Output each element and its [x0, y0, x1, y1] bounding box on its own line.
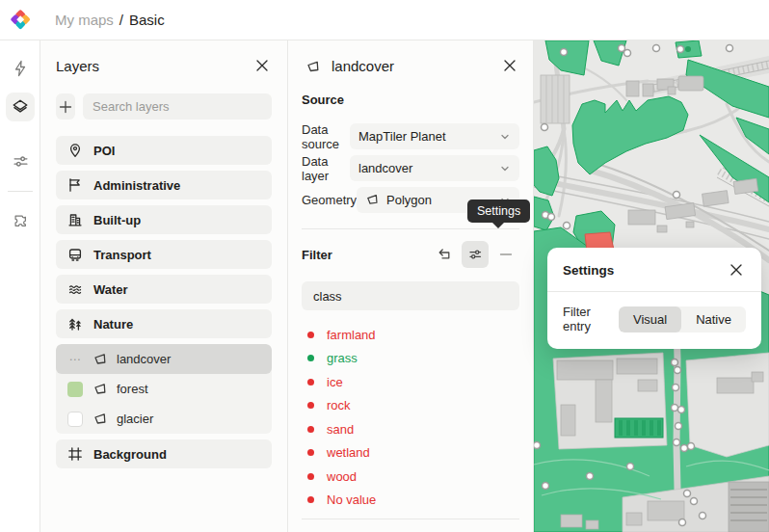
filter-value-ice[interactable]: ice	[302, 370, 519, 394]
breadcrumb-current-map: Basic	[129, 12, 165, 28]
topbar: My maps / Basic	[0, 0, 769, 40]
value-label: rock	[327, 398, 351, 412]
filter-remove-button[interactable]	[492, 241, 519, 268]
geometry-label: Geometry	[302, 193, 357, 207]
filter-entry-visual-option[interactable]: Visual	[619, 306, 681, 332]
value-dot	[307, 355, 314, 361]
filter-attribute-input[interactable]	[302, 281, 519, 310]
value-dot	[307, 473, 314, 480]
close-icon	[503, 59, 517, 72]
puzzle-icon	[13, 213, 29, 229]
minus-icon	[498, 247, 514, 262]
bolt-icon	[13, 60, 28, 77]
plugins-nav-button[interactable]	[6, 206, 35, 235]
forest-color-swatch[interactable]	[67, 382, 83, 397]
settings-tooltip: Settings	[467, 200, 530, 223]
editor-panel-title: landcover	[331, 58, 500, 74]
close-icon	[729, 263, 743, 277]
data-source-value: MapTiler Planet	[358, 129, 492, 144]
filter-value-sand[interactable]: sand	[302, 417, 519, 441]
chevron-down-icon	[499, 131, 511, 143]
settings-popup: Settings Filter entry Visual Native	[547, 248, 761, 349]
polygon-icon	[93, 352, 107, 366]
layer-group-list: POI Administrative Built-up Transport Wa…	[56, 136, 272, 468]
adjustments-nav-button[interactable]	[6, 146, 35, 175]
filter-value-wetland[interactable]: wetland	[302, 441, 519, 466]
building-icon	[67, 212, 83, 227]
filter-value-wood[interactable]: wood	[302, 465, 519, 489]
layer-group-water[interactable]: Water	[56, 275, 272, 304]
filter-section-heading: Filter	[302, 248, 427, 262]
quick-actions-button[interactable]	[6, 54, 35, 83]
data-source-label: Data source	[302, 122, 350, 151]
value-label: wetland	[327, 445, 370, 460]
maptiler-logo-icon[interactable]	[11, 10, 31, 30]
polygon-icon	[93, 412, 107, 426]
sublayer-label: glacier	[117, 412, 153, 426]
polygon-icon	[93, 382, 107, 396]
filter-revert-button[interactable]	[431, 241, 458, 268]
section-divider	[302, 519, 519, 519]
app-window: My maps / Basic	[0, 0, 769, 532]
settings-popup-close-button[interactable]	[727, 260, 746, 279]
breadcrumb: My maps / Basic	[55, 12, 165, 28]
data-layer-select[interactable]: landcover	[350, 155, 519, 181]
sliders-icon	[13, 153, 29, 170]
filter-value-rock[interactable]: rock	[302, 394, 519, 418]
breadcrumb-my-maps[interactable]: My maps	[55, 12, 114, 28]
layer-group-background[interactable]: Background	[56, 439, 272, 468]
layer-editor-panel: landcover Source Data source MapTiler Pl…	[288, 40, 534, 532]
layers-nav-button[interactable]	[6, 93, 35, 121]
bus-icon	[67, 247, 83, 262]
filter-value-no-value[interactable]: No value	[302, 489, 519, 513]
value-dot	[307, 496, 314, 503]
value-label: sand	[327, 422, 354, 437]
layer-group-poi[interactable]: POI	[56, 136, 272, 165]
filter-value-list: farmland grass ice rock sand wetland woo…	[302, 323, 519, 512]
layer-group-label: Background	[93, 447, 167, 462]
glacier-color-swatch[interactable]	[67, 412, 83, 427]
map-green-dot	[685, 46, 691, 52]
filter-entry-native-option[interactable]: Native	[681, 306, 746, 332]
layer-group-label: Nature	[93, 317, 133, 332]
value-label: No value	[327, 492, 376, 507]
search-layers-input[interactable]	[83, 93, 272, 120]
filter-entry-label: Filter entry	[563, 305, 619, 333]
filter-value-farmland[interactable]: farmland	[302, 323, 519, 347]
settings-popup-title: Settings	[563, 263, 727, 278]
filter-settings-button[interactable]	[462, 241, 489, 268]
layer-group-label: Transport	[93, 248, 151, 262]
close-icon	[255, 59, 269, 72]
value-label: grass	[327, 351, 358, 365]
editor-panel-close-button[interactable]	[500, 56, 519, 75]
flag-icon	[67, 177, 83, 193]
layer-group-label: Built-up	[93, 213, 141, 227]
value-dot	[307, 426, 314, 433]
filter-value-grass[interactable]: grass	[302, 347, 519, 371]
layers-panel-close-button[interactable]	[252, 56, 272, 75]
value-label: farmland	[327, 328, 376, 342]
layers-icon	[12, 98, 29, 116]
filter-sliders-icon	[467, 247, 483, 262]
rail-divider	[8, 191, 33, 192]
map-bridge	[541, 75, 570, 123]
section-divider	[302, 228, 519, 229]
sublayer-forest[interactable]: forest	[56, 374, 272, 404]
breadcrumb-separator: /	[119, 12, 123, 28]
layer-group-administrative[interactable]: Administrative	[56, 171, 272, 200]
plus-icon	[59, 100, 72, 114]
layer-group-label: Administrative	[93, 178, 180, 193]
data-source-select[interactable]: MapTiler Planet	[350, 123, 519, 149]
sublayer-glacier[interactable]: glacier	[56, 404, 272, 434]
layer-group-nature[interactable]: Nature	[56, 309, 272, 338]
drag-handle-icon[interactable]: ⋯	[67, 353, 83, 366]
poi-pin-icon	[67, 143, 83, 158]
layer-group-label: POI	[93, 144, 115, 158]
popup-divider	[547, 291, 761, 292]
layer-group-built-up[interactable]: Built-up	[56, 205, 272, 234]
sublayer-landcover[interactable]: ⋯ landcover	[56, 344, 272, 374]
source-section-heading: Source	[302, 93, 519, 107]
layer-group-transport[interactable]: Transport	[56, 240, 272, 269]
add-layer-button[interactable]	[56, 93, 75, 120]
value-label: wood	[327, 469, 357, 484]
